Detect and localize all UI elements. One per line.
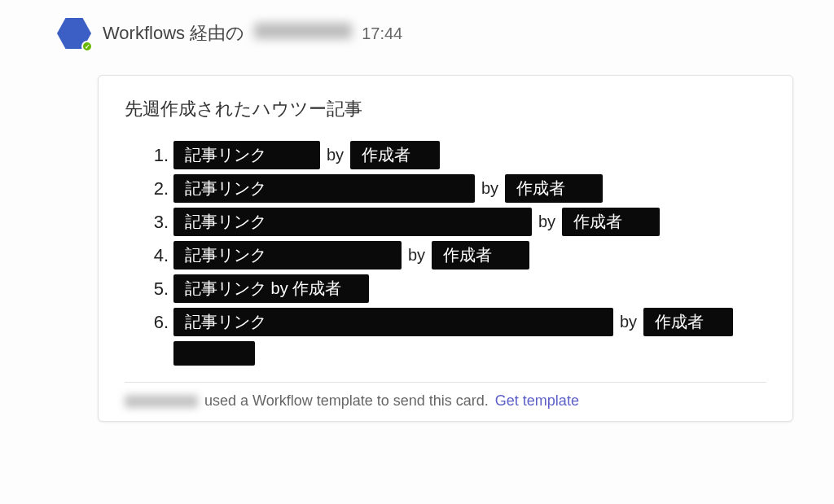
author-redacted: 作成者 [350,141,440,169]
card-title: 先週作成されたハウツー記事 [125,97,766,121]
message-timestamp: 17:44 [362,24,402,43]
author-redacted: 作成者 [643,308,733,336]
list-item: 3. 記事リンク by 作成者 [149,208,766,236]
sender-prefix: Workflows 経由の [103,21,244,46]
list-item: 5. 記事リンク by 作成者 [149,274,766,303]
message-header: ✓ Workflows 経由の 17:44 [24,16,810,50]
article-link-redacted[interactable]: 記事リンク [173,208,532,236]
list-number: 2. [149,178,169,199]
list-number: 5. [149,278,169,300]
footer-name-redacted [125,395,198,408]
footer-text: used a Workflow template to send this ca… [204,392,489,410]
list-number: 1. [149,145,169,166]
article-link-redacted[interactable]: 記事リンク [173,308,613,336]
sender-line: Workflows 経由の 17:44 [103,21,402,46]
by-text: by [406,246,427,265]
adaptive-card: 先週作成されたハウツー記事 1. 記事リンク by 作成者 2. 記事リンク b… [98,75,793,422]
card-footer: used a Workflow template to send this ca… [125,382,766,410]
presence-available-icon: ✓ [81,41,93,52]
get-template-link[interactable]: Get template [495,392,579,410]
by-text: by [325,146,345,164]
list-item: 1. 記事リンク by 作成者 [149,141,766,169]
overflow-redacted-block [173,341,255,366]
list-number: 4. [149,245,169,266]
list-number: 3. [149,212,169,233]
article-link-redacted[interactable]: 記事リンク [173,141,320,169]
article-list: 1. 記事リンク by 作成者 2. 記事リンク by 作成者 3. 記事リンク… [125,141,766,366]
author-redacted: 作成者 [505,174,603,203]
list-item: 4. 記事リンク by 作成者 [149,241,766,270]
by-text: by [618,313,639,331]
by-text: by [480,179,500,198]
article-link-redacted[interactable]: 記事リンク [173,241,402,270]
list-number: 6. [149,312,169,333]
author-redacted: 作成者 [432,241,529,270]
author-redacted: 作成者 [562,208,660,236]
article-link-redacted[interactable]: 記事リンク [173,174,475,203]
sender-name-redacted [254,23,352,39]
sender-avatar[interactable]: ✓ [57,16,91,50]
list-item: 2. 記事リンク by 作成者 [149,174,766,203]
list-item: 6. 記事リンク by 作成者 [149,308,766,336]
article-link-redacted[interactable]: 記事リンク by 作成者 [173,274,369,303]
by-text: by [537,213,557,231]
